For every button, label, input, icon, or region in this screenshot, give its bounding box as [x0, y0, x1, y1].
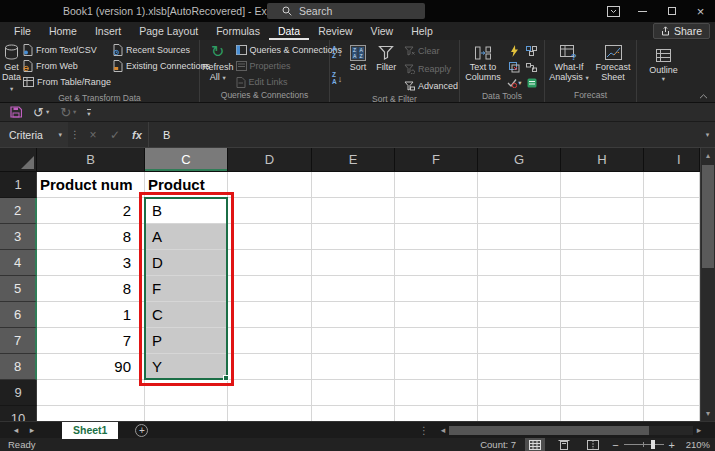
zoom-slider[interactable] — [624, 440, 664, 449]
cell[interactable] — [228, 250, 312, 276]
cell[interactable] — [478, 354, 561, 380]
next-sheet-button[interactable]: ▸ — [24, 425, 40, 435]
cell[interactable] — [644, 198, 700, 224]
previous-sheet-button[interactable]: ◂ — [8, 425, 24, 435]
cell[interactable] — [644, 354, 700, 380]
scroll-up-button[interactable]: ▴ — [701, 148, 715, 163]
cell[interactable] — [478, 406, 561, 421]
tab-data[interactable]: Data — [269, 22, 309, 40]
cell[interactable] — [395, 224, 478, 250]
queries-connections-button[interactable]: Queries & Connections — [234, 42, 343, 58]
cell[interactable] — [228, 224, 312, 250]
existing-connections-button[interactable]: Existing Connections — [111, 58, 210, 74]
insert-function-button[interactable]: fx — [126, 122, 148, 147]
outline-button[interactable]: Outline ▾ — [642, 42, 686, 83]
cell[interactable] — [395, 328, 478, 354]
row-header-9[interactable]: 9 — [0, 380, 37, 406]
cell[interactable] — [561, 250, 644, 276]
scroll-left-button[interactable]: ◂ — [437, 425, 449, 435]
row-header-8[interactable]: 8 — [0, 354, 37, 380]
scroll-right-button[interactable]: ▸ — [693, 425, 705, 435]
row-header-4[interactable]: 4 — [0, 250, 37, 276]
cell[interactable] — [395, 380, 478, 406]
zoom-out-button[interactable]: − — [612, 439, 618, 451]
properties-button[interactable]: Properties — [234, 58, 343, 74]
text-to-columns-button[interactable]: Text to Columns — [462, 42, 504, 83]
customize-qat-button[interactable]: ▾ — [83, 109, 94, 116]
cell[interactable] — [312, 198, 395, 224]
reapply-filter-button[interactable]: Reapply — [402, 61, 458, 77]
zoom-in-button[interactable]: + — [669, 439, 675, 451]
cell[interactable] — [395, 302, 478, 328]
view-page-layout-button[interactable] — [554, 438, 574, 451]
forecast-sheet-button[interactable]: Forecast Sheet — [591, 42, 635, 83]
formula-bar-input[interactable]: B — [148, 122, 700, 147]
select-all-button[interactable] — [0, 148, 37, 172]
cell-C1[interactable]: Product — [145, 172, 228, 198]
ribbon-display-options-button[interactable] — [599, 0, 628, 22]
cell[interactable] — [561, 354, 644, 380]
from-text-csv-button[interactable]: From Text/CSV — [21, 42, 111, 58]
cell-B1[interactable]: Product num — [37, 172, 145, 198]
tab-help[interactable]: Help — [402, 22, 442, 40]
cell[interactable] — [395, 172, 478, 198]
sort-descending-button[interactable]: ZA ↓ — [332, 70, 342, 88]
vertical-scroll-thumb[interactable] — [702, 165, 714, 268]
cell[interactable] — [561, 198, 644, 224]
tab-page-layout[interactable]: Page Layout — [130, 22, 207, 40]
cell-C5[interactable]: F — [145, 276, 228, 302]
cell[interactable] — [228, 276, 312, 302]
cell[interactable] — [312, 406, 395, 421]
share-button[interactable]: Share — [653, 23, 710, 39]
cell[interactable] — [145, 380, 228, 406]
cell[interactable] — [228, 172, 312, 198]
col-header-E[interactable]: E — [312, 148, 395, 172]
cell-B8[interactable]: 90 — [37, 354, 145, 380]
consolidate-button[interactable] — [523, 43, 540, 59]
cell-B7[interactable]: 7 — [37, 328, 145, 354]
cell[interactable] — [478, 172, 561, 198]
manage-data-model-button[interactable] — [523, 75, 540, 91]
cell[interactable] — [395, 276, 478, 302]
what-if-analysis-button[interactable]: ? What-If Analysis ▾ — [547, 42, 591, 83]
cell[interactable] — [644, 302, 700, 328]
cell[interactable] — [395, 354, 478, 380]
cell[interactable] — [312, 276, 395, 302]
remove-duplicates-button[interactable] — [506, 59, 523, 75]
redo-button[interactable]: ↻ ▾ — [56, 105, 80, 120]
relationships-button[interactable] — [523, 59, 540, 75]
filter-button[interactable]: Filter — [374, 42, 399, 72]
cell-C3[interactable]: A — [145, 224, 228, 250]
cell[interactable] — [228, 406, 312, 421]
data-validation-button[interactable]: ▾ — [506, 75, 523, 91]
cell-C4[interactable]: D — [145, 250, 228, 276]
new-sheet-button[interactable]: + — [135, 424, 148, 437]
tab-insert[interactable]: Insert — [86, 22, 130, 40]
cell-C6[interactable]: C — [145, 302, 228, 328]
refresh-all-button[interactable]: ↻ Refresh All ▾ — [202, 42, 234, 83]
get-data-button[interactable]: Get Data ▾ — [2, 42, 21, 93]
tab-file[interactable]: File — [5, 22, 40, 40]
cell[interactable] — [644, 250, 700, 276]
advanced-filter-button[interactable]: Advanced — [402, 78, 458, 94]
cell-B5[interactable]: 8 — [37, 276, 145, 302]
col-header-F[interactable]: F — [395, 148, 478, 172]
tab-review[interactable]: Review — [309, 22, 361, 40]
row-header-5[interactable]: 5 — [0, 276, 37, 302]
sort-button[interactable]: ZAAZ Sort — [345, 42, 370, 72]
cell[interactable] — [478, 224, 561, 250]
cell[interactable] — [644, 380, 700, 406]
cell[interactable] — [145, 406, 228, 421]
sort-ascending-button[interactable]: AZ ↓ — [332, 44, 342, 62]
col-header-H[interactable]: H — [561, 148, 644, 172]
sheet-tab-sheet1[interactable]: Sheet1 — [62, 422, 118, 439]
cell[interactable] — [561, 302, 644, 328]
cell[interactable] — [37, 406, 145, 421]
cell[interactable] — [561, 172, 644, 198]
cell[interactable] — [478, 276, 561, 302]
row-header-7[interactable]: 7 — [0, 328, 37, 354]
cell[interactable] — [228, 198, 312, 224]
fill-handle[interactable] — [223, 375, 229, 381]
minimize-button[interactable] — [628, 0, 657, 22]
cell[interactable] — [395, 198, 478, 224]
